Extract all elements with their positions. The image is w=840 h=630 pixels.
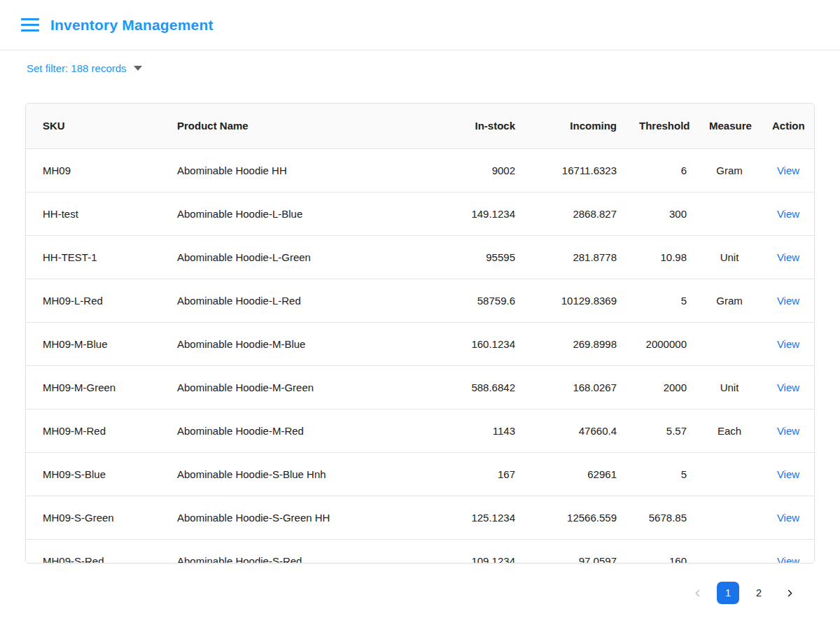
cell-action: View [761, 148, 815, 192]
table-row: HH-TEST-1Abominable Hoodie-L-Green955952… [26, 235, 815, 279]
cell-action: View [761, 365, 815, 409]
cell-sku: MH09-M-Green [26, 365, 166, 409]
column-header-product: Product Name [166, 104, 421, 148]
chevron-down-icon [134, 66, 142, 71]
page-title: Inventory Management [50, 17, 214, 34]
cell-measure: Unit [698, 235, 761, 279]
table-row: MH09-L-RedAbominable Hoodie-L-Red58759.6… [26, 279, 815, 322]
page-button-1[interactable]: 1 [717, 582, 739, 604]
view-link[interactable]: View [777, 468, 799, 480]
set-filter-label: Set filter: 188 records [27, 62, 127, 74]
cell-threshold: 10.98 [628, 235, 698, 279]
cell-threshold: 2000 [628, 365, 698, 409]
menu-icon[interactable] [21, 18, 39, 31]
table-row: MH09-S-RedAbominable Hoodie-S-Red109.123… [26, 539, 815, 564]
page-buttons: 12 [713, 582, 774, 604]
cell-action: View [761, 539, 815, 564]
cell-action: View [761, 279, 815, 322]
view-link[interactable]: View [777, 208, 799, 220]
cell-sku: MH09-S-Green [26, 496, 166, 539]
table-row: MH09-S-GreenAbominable Hoodie-S-Green HH… [26, 496, 815, 539]
cell-in_stock: 9002 [421, 148, 526, 192]
table-row: MH09Abominable Hoodie HH900216711.63236G… [26, 148, 815, 192]
table-header-row: SKUProduct NameIn-stockIncomingThreshold… [26, 104, 815, 148]
cell-action: View [761, 496, 815, 539]
view-link[interactable]: View [777, 164, 799, 176]
cell-incoming: 62961 [526, 452, 628, 496]
cell-sku: HH-TEST-1 [26, 235, 166, 279]
cell-measure [698, 452, 761, 496]
cell-threshold: 5 [628, 279, 698, 322]
cell-incoming: 269.8998 [526, 322, 628, 365]
cell-incoming: 2868.827 [526, 192, 628, 235]
cell-action: View [761, 409, 815, 452]
cell-action: View [761, 452, 815, 496]
cell-in_stock: 95595 [421, 235, 526, 279]
set-filter-button[interactable]: Set filter: 188 records [25, 62, 144, 74]
cell-sku: HH-test [26, 192, 166, 235]
cell-incoming: 12566.559 [526, 496, 628, 539]
cell-product: Abominable Hoodie-M-Red [166, 409, 421, 452]
cell-sku: MH09-S-Red [26, 539, 166, 564]
table-row: MH09-M-BlueAbominable Hoodie-M-Blue160.1… [26, 322, 815, 365]
view-link[interactable]: View [777, 382, 799, 393]
cell-measure: Unit [698, 365, 761, 409]
cell-sku: MH09-M-Blue [26, 322, 166, 365]
cell-threshold: 5 [628, 452, 698, 496]
pagination: 12 [25, 582, 815, 604]
cell-sku: MH09 [26, 148, 166, 192]
view-link[interactable]: View [777, 512, 799, 524]
cell-product: Abominable Hoodie-S-Red [166, 539, 421, 564]
cell-measure [698, 496, 761, 539]
cell-in_stock: 149.1234 [421, 192, 526, 235]
cell-in_stock: 167 [421, 452, 526, 496]
main-content: Set filter: 188 records SKUProduct NameI… [0, 62, 840, 604]
cell-measure [698, 539, 761, 564]
cell-product: Abominable Hoodie-L-Green [166, 235, 421, 279]
view-link[interactable]: View [777, 425, 799, 437]
inventory-table: SKUProduct NameIn-stockIncomingThreshold… [26, 104, 815, 564]
next-page-button[interactable] [778, 582, 801, 604]
cell-in_stock: 160.1234 [421, 322, 526, 365]
cell-product: Abominable Hoodie-L-Red [166, 279, 421, 322]
cell-incoming: 281.8778 [526, 235, 628, 279]
cell-sku: MH09-S-Blue [26, 452, 166, 496]
cell-product: Abominable Hoodie-M-Green [166, 365, 421, 409]
column-header-sku: SKU [26, 104, 166, 148]
view-link[interactable]: View [777, 251, 799, 263]
table-row: MH09-M-RedAbominable Hoodie-M-Red1143476… [26, 409, 815, 452]
cell-incoming: 16711.6323 [526, 148, 628, 192]
view-link[interactable]: View [777, 295, 799, 307]
cell-incoming: 168.0267 [526, 365, 628, 409]
inventory-table-card: SKUProduct NameIn-stockIncomingThreshold… [25, 103, 815, 564]
cell-in_stock: 1143 [421, 409, 526, 452]
cell-threshold: 300 [628, 192, 698, 235]
view-link[interactable]: View [777, 338, 799, 350]
cell-measure [698, 322, 761, 365]
cell-in_stock: 588.6842 [421, 365, 526, 409]
app-bar: Inventory Management [0, 0, 840, 50]
previous-page-button[interactable] [686, 582, 708, 604]
table-row: MH09-S-BlueAbominable Hoodie-S-Blue Hnh1… [26, 452, 815, 496]
cell-incoming: 97.0597 [526, 539, 628, 564]
chevron-left-icon [692, 588, 703, 598]
view-link[interactable]: View [777, 555, 799, 564]
column-header-measure: Measure [698, 104, 761, 148]
table-row: MH09-M-GreenAbominable Hoodie-M-Green588… [26, 365, 815, 409]
cell-in_stock: 125.1234 [421, 496, 526, 539]
cell-action: View [761, 322, 815, 365]
cell-threshold: 5678.85 [628, 496, 698, 539]
cell-product: Abominable Hoodie-M-Blue [166, 322, 421, 365]
page-button-2[interactable]: 2 [748, 582, 770, 604]
cell-threshold: 2000000 [628, 322, 698, 365]
cell-product: Abominable Hoodie-L-Blue [166, 192, 421, 235]
column-header-action: Action [761, 104, 815, 148]
column-header-in_stock: In-stock [421, 104, 526, 148]
filter-row: Set filter: 188 records [25, 62, 815, 74]
cell-threshold: 160 [628, 539, 698, 564]
chevron-right-icon [785, 588, 795, 598]
cell-sku: MH09-L-Red [26, 279, 166, 322]
cell-measure: Gram [698, 148, 761, 192]
column-header-threshold: Threshold [628, 104, 698, 148]
column-header-incoming: Incoming [526, 104, 628, 148]
